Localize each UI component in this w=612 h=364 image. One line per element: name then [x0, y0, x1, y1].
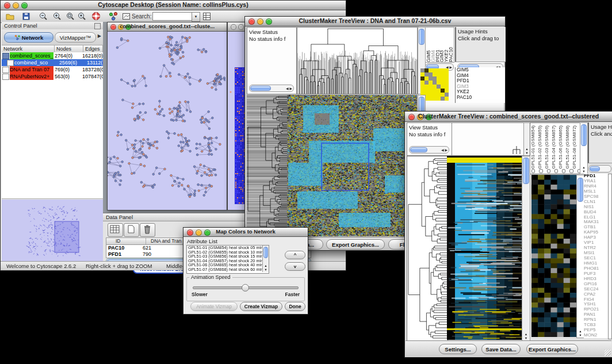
matrix-cell[interactable] [445, 97, 449, 101]
tv2-gene-list[interactable]: PFD1YRA1RNR4MSL1SPC98CLN1NIS1BUD4ELG1MAK… [584, 174, 608, 338]
scroll-arrows[interactable] [441, 148, 447, 152]
main-titlebar[interactable]: Cytoscape Desktop (Session Name: collins… [1, 1, 346, 10]
slider-thumb[interactable] [242, 284, 249, 292]
scroll-arrows[interactable] [524, 147, 530, 155]
save-data-button[interactable]: Save Data... [481, 344, 521, 354]
matrix-cell[interactable] [433, 89, 437, 93]
col-nodes[interactable]: Nodes [55, 45, 83, 52]
column-label[interactable]: GPL51-04 (GSM857) [551, 125, 558, 169]
tv1-titlebar[interactable]: ClusterMaker TreeView : DNA and Tran 07-… [245, 17, 505, 26]
matrix-cell[interactable] [433, 97, 437, 101]
scroll-thumb[interactable] [250, 86, 271, 91]
tab-network[interactable]: Network [4, 32, 53, 43]
resize-grip[interactable] [605, 350, 611, 356]
matrix-cell[interactable] [445, 76, 449, 81]
open-folder-icon[interactable] [5, 12, 15, 21]
matrix-cell[interactable] [424, 72, 429, 76]
matrix-cell[interactable] [429, 97, 433, 101]
column-checkbox[interactable] [562, 169, 565, 173]
animate-vizmap-button[interactable]: Animate Vizmap [190, 302, 238, 311]
col-edges[interactable]: Edges [83, 45, 103, 52]
tv2-hints-scrollbar[interactable] [588, 165, 611, 173]
column-label[interactable]: GPL51-01 (GSM854) [530, 125, 537, 169]
speed-slider[interactable] [193, 286, 299, 289]
tv1-row-dendrogram[interactable] [247, 95, 287, 236]
attribute-browser-icon[interactable] [202, 12, 212, 21]
matrix-cell[interactable] [433, 93, 437, 97]
matrix-cell[interactable] [445, 72, 449, 76]
column-label[interactable]: GPL51-08 (GSM872) [572, 125, 579, 169]
tab-vizmapper[interactable]: VizMapper™ [55, 32, 96, 43]
column-checkbox[interactable] [569, 169, 573, 173]
help-lifebuoy-icon[interactable] [91, 12, 101, 21]
matrix-cell[interactable] [445, 81, 449, 85]
scroll-arrows[interactable] [580, 166, 587, 173]
matrix-cell[interactable] [429, 81, 433, 85]
zoom-fit-icon[interactable] [66, 12, 75, 21]
tv1-column-dendrogram[interactable] [297, 27, 418, 94]
matrix-cell[interactable] [437, 76, 441, 81]
network-row[interactable]: RNAPuberNov2+563(0)107847(0) [2, 73, 103, 80]
scroll-arrows[interactable] [263, 264, 269, 271]
column-label[interactable]: GPL51-02 (GSM855) [537, 125, 544, 169]
tv2-global-vscrollbar[interactable] [522, 156, 530, 341]
column-checkbox[interactable] [539, 169, 542, 173]
tv1-heatmap[interactable] [287, 95, 417, 236]
annotation-canvas-icon[interactable] [121, 12, 131, 21]
scroll-thumb[interactable] [581, 124, 587, 146]
matrix-cell[interactable] [437, 72, 441, 76]
matrix-cell[interactable] [424, 85, 429, 89]
scroll-thumb[interactable] [590, 166, 600, 171]
matrix-cell[interactable] [437, 68, 441, 72]
create-attribute-icon[interactable] [124, 223, 139, 237]
network-view-titlebar[interactable]: combined_scores_good.txt--cluste... [108, 22, 227, 32]
matrix-cell[interactable] [429, 68, 433, 72]
matrix-cell[interactable] [441, 81, 445, 85]
network-row[interactable]: DNA and Tran 07769(0)183728(0) [2, 66, 103, 73]
matrix-cell[interactable] [420, 68, 424, 72]
scroll-arrows[interactable] [577, 329, 584, 337]
matrix-cell[interactable] [420, 89, 424, 93]
column-label[interactable]: GPL51-06 (GSM865) [558, 125, 565, 169]
scroll-thumb[interactable] [410, 147, 427, 152]
scroll-thumb[interactable] [523, 158, 529, 184]
scroll-arrows[interactable] [522, 332, 530, 340]
matrix-cell[interactable] [433, 68, 437, 72]
matrix-cell[interactable] [445, 85, 449, 89]
scroll-arrows[interactable] [286, 86, 292, 90]
export-graphics-button[interactable]: Export Graphics... [326, 239, 385, 250]
search-input[interactable] [152, 12, 194, 21]
matrix-cell[interactable] [433, 72, 437, 76]
matrix-cell[interactable] [429, 85, 433, 89]
attribute-item[interactable]: GPL51-07 (GSM868) heat shock 60 min [187, 267, 269, 272]
tv1-gene-list[interactable]: GIM5GIM4PFD1GIM3YKE2PAC10 [455, 67, 505, 103]
tv2-row-dendrogram[interactable] [407, 156, 448, 341]
tv2-titlebar[interactable]: ClusterMaker TreeView : combined_scores_… [405, 112, 612, 122]
column-label[interactable]: YKE2 [443, 49, 448, 62]
tv2-column-dendrogram[interactable] [452, 122, 524, 156]
tv1-status-scrollbar[interactable] [249, 85, 294, 92]
network-row[interactable]: combined_sco2569(6)13112(15) [2, 59, 103, 66]
attribute-list-vscrollbar[interactable] [262, 246, 269, 272]
scroll-thumb[interactable] [419, 29, 424, 45]
dialog-titlebar[interactable]: Map Colors to Network [183, 228, 308, 237]
delete-attribute-trash-icon[interactable] [140, 223, 155, 237]
zoom-in-icon[interactable] [52, 12, 62, 21]
vizmapper-nodes-icon[interactable] [109, 12, 118, 21]
matrix-cell[interactable] [424, 89, 429, 93]
matrix-cell[interactable] [437, 89, 441, 93]
col-id[interactable]: ID [106, 238, 146, 244]
matrix-cell[interactable] [441, 85, 445, 89]
matrix-cell[interactable] [441, 72, 445, 76]
column-label[interactable]: GPL51-07 (GSM868) [565, 125, 572, 169]
matrix-cell[interactable] [429, 72, 433, 76]
export-graphics-button[interactable]: Export Graphics... [526, 344, 578, 354]
matrix-cell[interactable] [429, 89, 433, 93]
column-label[interactable]: GIM5 [426, 50, 430, 62]
minimize-button[interactable] [238, 24, 244, 30]
done-button[interactable]: Done [285, 302, 305, 311]
move-up-button[interactable]: ^ [285, 251, 305, 259]
matrix-cell[interactable] [441, 76, 445, 81]
column-label[interactable]: PAC10 [448, 47, 453, 62]
matrix-cell[interactable] [437, 97, 441, 101]
